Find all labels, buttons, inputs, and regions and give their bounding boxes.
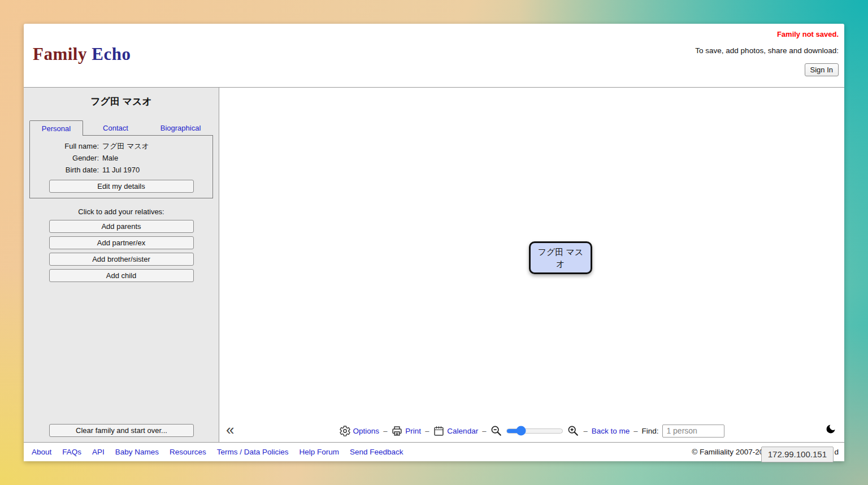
footer-link-terms[interactable]: Terms / Data Policies <box>217 448 289 456</box>
find-label: Find: <box>641 427 658 435</box>
toolbar-controls: Options – Print <box>339 425 725 438</box>
sign-in-button[interactable]: Sign In <box>805 63 839 76</box>
detail-row-birth-date: Birth date: 11 Jul 1970 <box>30 164 212 176</box>
options-link[interactable]: Options <box>339 425 380 437</box>
gear-icon[interactable] <box>339 425 351 437</box>
copyright-tail: d <box>834 448 839 456</box>
header: Family Echo Family not saved. To save, a… <box>24 24 844 88</box>
full-name-value: フグ田 マスオ <box>102 140 149 152</box>
save-hint-text: To save, add photos, share and download: <box>695 46 839 55</box>
calendar-icon[interactable] <box>433 425 445 437</box>
footer-link-about[interactable]: About <box>32 448 51 456</box>
footer-link-api[interactable]: API <box>92 448 105 456</box>
footer-link-resources[interactable]: Resources <box>170 448 206 456</box>
add-relatives-hint: Click to add your relatives: <box>24 207 219 216</box>
footer-links: About FAQs API Baby Names Resources Term… <box>32 448 403 456</box>
edit-my-details-button[interactable]: Edit my details <box>49 180 194 193</box>
family-not-saved-status: Family not saved. <box>777 30 839 38</box>
footer-link-send-feedback[interactable]: Send Feedback <box>350 448 403 456</box>
zoom-out-icon[interactable] <box>490 425 502 437</box>
canvas-toolbar: « Options – <box>219 422 844 439</box>
print-link[interactable]: Print <box>391 425 421 437</box>
clear-family-button[interactable]: Clear family and start over... <box>49 424 194 437</box>
family-echo-logo: Family Echo <box>33 44 131 64</box>
birth-date-label: Birth date: <box>30 164 99 176</box>
moon-icon[interactable] <box>825 423 836 435</box>
person-tabs: Personal Contact Biographical <box>29 120 213 135</box>
find-input[interactable] <box>662 425 724 438</box>
footer-link-help-forum[interactable]: Help Forum <box>299 448 339 456</box>
printer-icon[interactable] <box>391 425 403 437</box>
app-window: Family Echo Family not saved. To save, a… <box>24 24 844 461</box>
main-body: フグ田 マスオ Personal Contact Biographical Fu… <box>24 88 844 442</box>
family-tree-canvas[interactable]: フグ田 マスオ « Options – <box>219 88 844 442</box>
dark-mode-toggle[interactable] <box>825 423 836 435</box>
person-title: フグ田 マスオ <box>24 95 219 108</box>
separator: – <box>482 427 486 435</box>
options-label[interactable]: Options <box>353 427 380 435</box>
add-sibling-button[interactable]: Add brother/sister <box>49 253 194 266</box>
calendar-link[interactable]: Calendar <box>433 425 478 437</box>
logo-family: Family <box>33 44 87 64</box>
logo-echo: Echo <box>92 44 131 64</box>
person-node[interactable]: フグ田 マスオ <box>529 241 592 274</box>
add-parents-button[interactable]: Add parents <box>49 220 194 233</box>
detail-row-full-name: Full name: フグ田 マスオ <box>30 140 212 152</box>
footer-link-baby-names[interactable]: Baby Names <box>115 448 159 456</box>
personal-details-panel: Full name: フグ田 マスオ Gender: Male Birth da… <box>29 135 213 198</box>
footer-link-faqs[interactable]: FAQs <box>62 448 81 456</box>
birth-date-value: 11 Jul 1970 <box>102 164 140 176</box>
full-name-label: Full name: <box>30 140 99 152</box>
separator: – <box>425 427 429 435</box>
separator: – <box>633 427 637 435</box>
add-child-button[interactable]: Add child <box>49 269 194 282</box>
add-partner-button[interactable]: Add partner/ex <box>49 236 194 249</box>
calendar-label[interactable]: Calendar <box>447 427 478 435</box>
separator: – <box>383 427 387 435</box>
ip-address-tooltip: 172.99.100.151 <box>761 447 834 462</box>
sidebar: フグ田 マスオ Personal Contact Biographical Fu… <box>24 88 219 442</box>
back-to-me-link[interactable]: Back to me <box>592 427 630 435</box>
zoom-in-icon[interactable] <box>567 425 579 437</box>
tab-personal[interactable]: Personal <box>29 120 83 136</box>
collapse-sidebar-icon[interactable]: « <box>226 421 234 438</box>
footer: About FAQs API Baby Names Resources Term… <box>24 442 844 461</box>
tab-contact[interactable]: Contact <box>83 120 148 135</box>
gender-value: Male <box>102 152 118 164</box>
separator: – <box>583 427 587 435</box>
zoom-slider-thumb[interactable] <box>516 426 526 436</box>
zoom-slider[interactable] <box>506 428 563 434</box>
gender-label: Gender: <box>30 152 99 164</box>
tab-biographical[interactable]: Biographical <box>148 120 213 135</box>
print-label[interactable]: Print <box>405 427 421 435</box>
detail-row-gender: Gender: Male <box>30 152 212 164</box>
